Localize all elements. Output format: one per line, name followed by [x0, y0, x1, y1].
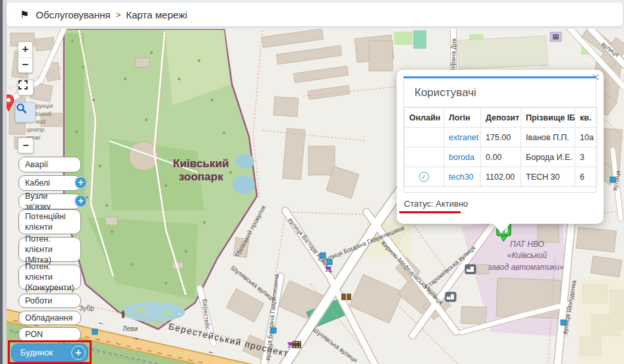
add-budynok-button[interactable]: + — [71, 346, 86, 360]
factory-icon — [465, 265, 476, 274]
table-row: boroda 0.00 Борода И.Е. 3 — [405, 147, 598, 167]
layer-label: Кабелі — [25, 178, 50, 188]
popup-tail — [493, 224, 510, 233]
apt-cell: 10а — [575, 128, 598, 147]
layer-label: Аварії — [25, 159, 48, 170]
login-link[interactable]: tech30 — [449, 172, 474, 182]
users-table: Онлайн Логін Депозит Прізвище ІБ кв. ext… — [404, 107, 598, 187]
popup-title: Користувачі — [404, 78, 596, 107]
annotation-underline-status — [399, 211, 461, 213]
school-area — [577, 279, 624, 364]
apt-cell: 3 — [575, 147, 598, 167]
login-link[interactable]: boroda — [449, 153, 474, 162]
layer-label: Обладнання — [25, 313, 72, 323]
collapse-layers-button[interactable]: − — [18, 138, 34, 153]
apt-cell: 6 — [575, 167, 598, 187]
poi-label-blood-3: кий — [36, 118, 45, 125]
sidebar-item-kliienty-konkurenty[interactable]: Потен. клієнти (Конкуренти) — [18, 265, 81, 290]
campus-area — [457, 36, 548, 69]
sidebar-item-potentsiini-kliienty[interactable]: Потенційні клієнти — [18, 209, 81, 234]
sidebar-item-kabeli[interactable]: Кабелі — [18, 175, 81, 191]
monument-icon — [122, 310, 125, 318]
deposit-cell: 175.00 — [481, 128, 521, 147]
zoo-label-2: зоопарк — [179, 170, 223, 183]
factory-label-3: завод автоматики» — [488, 263, 564, 272]
zoom-in-button[interactable]: + — [18, 42, 32, 57]
zoo-pond-lake — [122, 302, 185, 322]
poi-label-blood-1: прукція — [33, 103, 53, 109]
layer-label: PON — [25, 329, 43, 340]
surname-cell: Іванов П.П. — [521, 128, 575, 147]
online-cell — [405, 147, 444, 167]
table-row: extranet 175.00 Іванов П.П. 10а — [405, 128, 598, 147]
users-card: Користувачі Онлайн Логін Депозит Прізвищ… — [403, 76, 596, 193]
users-popup: × Користувачі Онлайн Логін Депозит Прізв… — [397, 70, 604, 224]
sidebar-item-vuzly[interactable]: Вузли зв'язку — [18, 194, 81, 209]
layer-label: Роботи — [25, 296, 52, 306]
layer-label: Потенційні клієнти — [25, 211, 74, 233]
surname-cell: ТЕСН 30 — [521, 167, 575, 187]
fullscreen-button[interactable] — [18, 80, 34, 95]
sidebar-item-pon[interactable]: PON — [18, 327, 81, 342]
building-icon — [550, 32, 561, 41]
table-header-row: Онлайн Логін Депозит Прізвище ІБ кв. — [405, 108, 598, 128]
poi-label-blood-4: центр — [26, 126, 45, 133]
online-check-icon: ✓ — [419, 172, 429, 182]
sidebar-item-roboty[interactable]: Роботи — [18, 294, 81, 308]
sidebar-item-kliienty-mitka[interactable]: Потен. клієнти (Мітка) — [18, 237, 81, 262]
zoom-control[interactable]: + − — [18, 41, 33, 73]
zoo-label: Київський — [173, 157, 229, 170]
col-apt: кв. — [575, 108, 598, 128]
layer-label: Потен. клієнти (Конкуренти) — [25, 261, 74, 294]
factory-label-1: ПАТ НВО — [510, 240, 544, 249]
sidebar-item-avarii[interactable]: Аварії — [18, 157, 81, 172]
library-icon — [341, 294, 351, 300]
deposit-cell: 1102.00 — [481, 167, 521, 187]
sidebar-item-obladnannia[interactable]: Обладнання — [18, 311, 81, 325]
poi-label-blood-2: вський — [33, 111, 51, 117]
login-link[interactable]: extranet — [449, 133, 478, 142]
street-label-mytrofana: рофана Дов — [449, 38, 457, 74]
zoo-pond-mid — [233, 176, 255, 194]
breadcrumb-separator: > — [116, 10, 121, 20]
factory-icon — [445, 292, 456, 301]
zoom-out-button[interactable]: − — [18, 58, 32, 73]
col-online: Онлайн — [405, 108, 444, 128]
cinema-icon — [293, 341, 301, 348]
table-row: ✓ tech30 1102.00 ТЕСН 30 6 — [405, 167, 598, 187]
surname-cell: Борода И.Е. — [521, 147, 575, 167]
fountain-icon — [177, 311, 182, 317]
breadcrumb-page: Карта мережі — [126, 9, 187, 20]
col-deposit: Депозит — [481, 108, 521, 128]
status-text: Статус: Активно — [404, 199, 468, 209]
fullscreen-icon — [18, 80, 28, 90]
map-canvas[interactable]: Київський зоопарк Берестейський проспект… — [7, 29, 624, 364]
flag-icon: ⚑ — [20, 9, 29, 21]
breadcrumb: ⚑ Обслуговування > Карта мережі — [7, 3, 623, 26]
col-login: Логін — [444, 108, 481, 128]
levy-label: Леви — [123, 325, 138, 332]
factory-label-2: «Київський — [507, 251, 548, 260]
add-vuzly-button[interactable]: + — [74, 195, 87, 207]
breadcrumb-section[interactable]: Обслуговування — [36, 9, 110, 20]
search-button[interactable] — [15, 102, 36, 122]
add-kabeli-button[interactable]: + — [74, 176, 87, 189]
zubr-label: Зубр — [79, 305, 94, 312]
col-surname: Прізвище ІБ — [521, 108, 575, 128]
deposit-cell: 0.00 — [481, 147, 521, 167]
app-window: ⚑ Обслуговування > Карта мережі — [0, 0, 624, 364]
search-icon — [16, 103, 28, 115]
zoo-pond-small — [236, 154, 254, 169]
online-cell: ✓ — [405, 167, 444, 187]
online-cell — [405, 128, 444, 147]
layer-label: Будинок — [20, 348, 53, 359]
